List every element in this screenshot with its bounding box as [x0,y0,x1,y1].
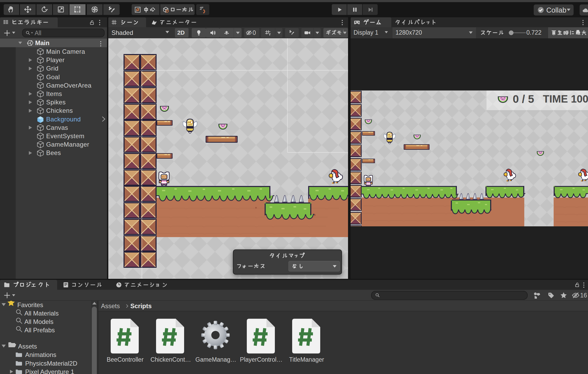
svg-text:TIME 100: TIME 100 [543,93,588,105]
svg-text:ChickenCont…: ChickenCont… [151,356,191,363]
svg-text:PlayerControl…: PlayerControl… [240,356,282,363]
svg-text:BeeController: BeeController [107,356,144,363]
svg-text:GameManag…: GameManag… [195,356,236,363]
svg-text:0 / 5: 0 / 5 [513,93,534,105]
svg-text:TitleManager: TitleManager [289,356,324,363]
